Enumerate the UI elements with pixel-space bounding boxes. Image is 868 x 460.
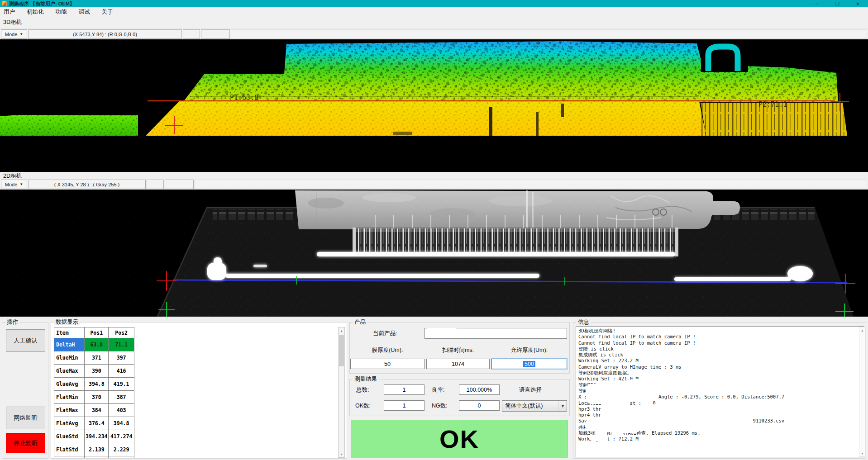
operation-group-title: 操作 (5, 319, 20, 325)
camera2d-status-filler (195, 180, 867, 189)
scan-time-label: 扫描时间ms: (426, 346, 490, 354)
scroll-down-icon[interactable]: ▼ (339, 451, 344, 457)
camera2d-status-cell-3 (165, 180, 194, 189)
product-group-title: 产品 (353, 319, 367, 325)
column-header-pos1: Pos1 (85, 327, 109, 338)
data-display-group: 数据显示 Item Pos1 Pos2 DeltaH 63.8 71.1 Glu… (51, 322, 347, 459)
table-row-glueavg[interactable]: GlueAvg 394.8 419.1 (54, 378, 134, 391)
measure-result-group-title: 测量结果 (353, 376, 379, 382)
camera3d-mode-button[interactable]: Mode ▼ (1, 29, 27, 39)
camera3d-mode-bar: Mode ▼ (X 5473,Y 84) : (R 0,G 0,B 0) (0, 28, 868, 39)
camera3d-pixel-status: (X 5473,Y 84) : (R 0,G 0,B 0) (28, 29, 182, 39)
product-group: 产品 当前产品: g1 膜厚度(Um): 扫描时间ms: 允许厚度(Um): 5… (349, 322, 570, 374)
menu-item-user[interactable]: 用户 (4, 8, 15, 16)
network-listen-button[interactable]: 网络监听 (6, 407, 45, 429)
column-header-pos2: Pos2 (109, 327, 134, 338)
menu-item-init[interactable]: 初始化 (27, 8, 44, 16)
menu-item-debug[interactable]: 调试 (79, 8, 90, 16)
info-group-title: 信息 (576, 319, 591, 325)
table-row-flatmax[interactable]: FlatMax 384 403 (54, 404, 134, 417)
p1-measure-label: P1:63.8 (230, 94, 258, 102)
ng-count-field[interactable]: 0 (459, 400, 500, 411)
log-line: 3D相机没有网络! (578, 328, 857, 334)
data-display-group-title: 数据显示 (54, 319, 80, 325)
minimize-button[interactable]: ─ (807, 0, 827, 7)
close-button[interactable]: ✕ (848, 0, 868, 7)
log-line: Cannot find local IP to match camera IP … (578, 334, 857, 340)
ng-count-label: NG数: (432, 402, 448, 410)
total-count-field[interactable]: 1 (384, 384, 424, 395)
total-count-label: 总数: (356, 386, 369, 394)
camera3d-label: 3D相机 (3, 19, 22, 26)
scan-time-field[interactable]: 1074 (426, 359, 490, 369)
allow-thickness-label: 允许厚度(Um): (491, 346, 567, 354)
language-select-dropdown[interactable]: 简体中文(默认) ▼ (502, 400, 567, 412)
redaction-mark (590, 435, 608, 441)
chevron-down-icon: ▼ (19, 182, 23, 186)
scroll-up-icon[interactable]: ▲ (859, 327, 865, 333)
log-line: CameraLV array to HImage time : 3 ms (578, 364, 857, 370)
log-scrollbar[interactable]: ▲ ▼ (859, 327, 866, 457)
redaction-mark (585, 417, 640, 434)
app-window: 测膜程序 【当前用户: OEM】 ─ ❐ ✕ 用户 初始化 功能 调试 关于 3… (0, 0, 868, 460)
selected-text: 500 (523, 361, 535, 367)
table-row-flatmin[interactable]: FlatMin 370 387 (54, 391, 134, 404)
table-scrollbar[interactable]: ▲ ▼ (338, 327, 345, 458)
camera2d-mode-button[interactable]: Mode ▼ (1, 180, 27, 189)
chevron-down-icon: ▼ (19, 32, 23, 36)
log-line: Working t : 712.2 M (578, 436, 857, 442)
log-line: Working Set : 223.2 M (578, 358, 857, 364)
redaction-mark (425, 328, 458, 337)
camera2d-mode-button-label: Mode (5, 182, 18, 187)
log-line: 集成调试 is click (578, 352, 857, 358)
table-row-flatavg[interactable]: FlatAvg 376.4 394.8 (54, 417, 134, 430)
camera3d-status-cell-3 (201, 29, 230, 39)
camera3d-image[interactable]: P1:63.8 P2:71.1 (0, 39, 868, 172)
result-status-panel: OK (351, 420, 568, 458)
film-thickness-field[interactable]: 50 (350, 359, 424, 369)
chevron-down-icon: ▼ (558, 401, 567, 411)
table-row-gluemax[interactable]: GlueMax 390 416 (54, 365, 134, 378)
window-controls: ─ ❐ ✕ (807, 0, 868, 7)
camera2d-image[interactable] (0, 190, 868, 317)
log-line: 登陆 is click (578, 346, 857, 352)
table-row-deltah[interactable]: DeltaH 63.8 71.1 (54, 338, 134, 351)
log-line: Cannot find local IP to match camera IP … (578, 340, 857, 346)
ok-count-field[interactable]: 1 (384, 400, 424, 411)
table-row-gluemin[interactable]: GlueMin 371 397 (54, 351, 134, 365)
camera3d-mode-button-label: Mode (5, 32, 18, 37)
measurement-table: Item Pos1 Pos2 DeltaH 63.8 71.1 GlueMin … (54, 327, 134, 458)
title-bar: 测膜程序 【当前用户: OEM】 ─ ❐ ✕ (0, 0, 868, 7)
camera3d-status-filler (231, 29, 867, 39)
scroll-up-icon[interactable]: ▲ (339, 327, 344, 334)
menu-item-function[interactable]: 功能 (56, 8, 67, 16)
yield-label: 良率: (432, 386, 444, 394)
language-select-label: 语言选择 (519, 386, 542, 394)
film-thickness-label: 膜厚度(Um): (350, 346, 424, 354)
app-icon (2, 1, 7, 6)
table-row-gluestd[interactable]: GlueStd 394.234 417.274 (54, 430, 134, 443)
table-row-flatstd[interactable]: FlatStd 2.139 2.229 (54, 443, 134, 456)
stop-listen-button[interactable]: 停止监听 (6, 433, 45, 453)
camera2d-pixel-status: ( X 3145, Y 28 ) : ( Gray 255 ) (28, 180, 146, 189)
ok-count-label: OK数: (355, 402, 371, 410)
maximize-button[interactable]: ❐ (827, 0, 848, 7)
menu-item-about[interactable]: 关于 (102, 8, 113, 16)
measure-result-group: 测量结果 总数: 1 良率: 100.000% 语言选择 OK数: 1 NG数:… (349, 379, 570, 416)
table-header-row: Item Pos1 Pos2 (54, 327, 134, 338)
current-product-label: 当前产品: (373, 330, 397, 337)
scrollbar-thumb[interactable] (339, 335, 344, 366)
column-header-item: Item (54, 327, 85, 338)
window-title: 测膜程序 【当前用户: OEM】 (9, 0, 75, 7)
camera3d-status-cell-2 (183, 29, 200, 39)
camera2d-mode-bar: Mode ▼ ( X 3145, Y 28 ) : ( Gray 255 ) (0, 179, 868, 190)
manual-confirm-button[interactable]: 人工确认 (6, 329, 45, 352)
operation-group: 操作 人工确认 网络监听 停止监听 (2, 322, 48, 459)
table-row-x[interactable]: X 2583.5 7966.7 (54, 456, 134, 458)
yield-field[interactable]: 100.000% (459, 384, 500, 395)
scroll-down-icon[interactable]: ▼ (859, 450, 865, 456)
allow-thickness-field[interactable]: 500 (491, 359, 567, 369)
camera2d-status-cell-2 (147, 180, 164, 189)
p2-measure-label: P2:71.1 (758, 100, 787, 109)
menu-bar: 用户 初始化 功能 调试 关于 (0, 7, 868, 17)
